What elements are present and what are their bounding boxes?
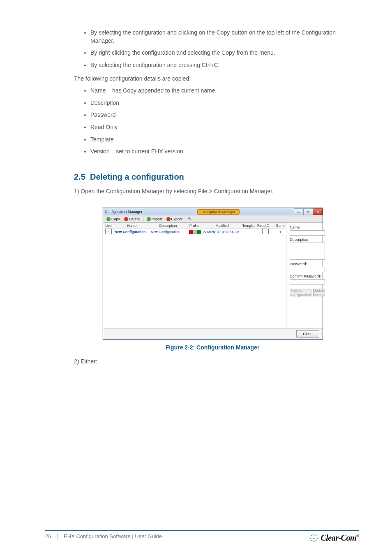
window-titlebar[interactable]: Configuration Manager Configuration Mana… xyxy=(103,208,323,215)
configuration-manager-window: Configuration Manager Configuration Mana… xyxy=(103,208,323,340)
copied-details-item: Password xyxy=(90,111,351,119)
window-title-badge: Configuration Manager xyxy=(143,209,294,215)
copy-procedure-item: By selecting the configuration and press… xyxy=(90,61,351,69)
svg-point-3 xyxy=(316,540,317,541)
import-button[interactable]: Import xyxy=(145,217,164,222)
figure-caption: Figure 2-2: Configuration Manager xyxy=(74,344,351,352)
description-label: Description: xyxy=(290,238,325,242)
copied-details-item: Read Only xyxy=(90,123,351,132)
col-live[interactable]: Live xyxy=(103,223,114,228)
page-footer: 26 EHX Configuration Software | User Gui… xyxy=(0,530,392,543)
table-row[interactable]: New Configuration New Configuration 3/13… xyxy=(103,229,286,235)
col-readonly[interactable]: Read Only xyxy=(256,223,274,228)
readonly-checkbox[interactable] xyxy=(262,229,269,234)
details-panel: Name: Description: Password: Confirm Pas… xyxy=(286,223,328,328)
window-minimize-button[interactable]: — xyxy=(294,208,304,215)
delete-button[interactable]: Delete xyxy=(122,217,141,222)
window-close-button[interactable]: ✕ xyxy=(313,208,323,215)
svg-point-1 xyxy=(316,535,317,536)
copy-procedure-item: By selecting the configuration and click… xyxy=(90,29,351,45)
svg-point-5 xyxy=(311,540,313,541)
password-label: Password: xyxy=(290,262,325,266)
copy-procedure-item: By right-clicking the configuration and … xyxy=(90,49,351,57)
step-1: 1) Open the Configuration Manager by sel… xyxy=(74,187,351,196)
confirm-password-input[interactable] xyxy=(290,279,325,284)
live-checkbox[interactable] xyxy=(105,229,112,234)
brand-text: Clear-Com® xyxy=(321,533,359,543)
update-details-button[interactable]: Update Details xyxy=(313,289,325,296)
activate-configuration-button[interactable]: Activate Configuration xyxy=(290,289,311,296)
copy-procedures-list: By selecting the configuration and click… xyxy=(90,29,351,69)
export-button[interactable]: Export xyxy=(165,217,184,222)
description-textarea[interactable] xyxy=(290,243,325,260)
col-modified[interactable]: Modified xyxy=(203,223,242,228)
copied-details-item: Version – set to current EHX version. xyxy=(90,148,351,156)
logo-icon xyxy=(310,534,318,542)
password-input[interactable] xyxy=(290,267,325,272)
copied-details-item: Name – has Copy appended to the current … xyxy=(90,87,351,95)
window-maximize-button[interactable]: ▭ xyxy=(303,208,313,215)
close-button[interactable]: Close xyxy=(296,330,319,338)
delete-icon xyxy=(124,217,128,221)
name-input[interactable] xyxy=(290,230,325,236)
cell-name: New Configuration xyxy=(114,229,150,234)
profile-swatch-green xyxy=(197,230,201,234)
copied-details-item: Template xyxy=(90,136,351,144)
cell-profile xyxy=(186,229,204,234)
col-description[interactable]: Description xyxy=(150,223,186,228)
svg-point-8 xyxy=(314,537,315,539)
copy-button[interactable]: Copy xyxy=(105,217,122,222)
footer-doc-title: EHX Configuration Software | User Guide xyxy=(64,533,162,539)
copied-details-list: Name – has Copy appended to the current … xyxy=(90,87,351,156)
profile-swatch-red xyxy=(189,230,193,234)
svg-point-7 xyxy=(311,535,313,536)
section-heading-delete-config: 2.5 Deleting a configuration xyxy=(74,172,351,182)
cell-description: New Configuration xyxy=(150,229,186,234)
col-name[interactable]: Name xyxy=(114,223,150,228)
brand-logo: Clear-Com® xyxy=(310,533,359,543)
import-icon xyxy=(147,217,151,221)
copied-details-intro: The following configuration details are … xyxy=(74,75,351,83)
toolbar: Copy Delete Import Export ↖ xyxy=(103,215,323,223)
col-profile[interactable]: Profile xyxy=(186,223,203,228)
svg-point-6 xyxy=(310,537,311,539)
svg-point-2 xyxy=(317,537,318,539)
copied-details-item: Description xyxy=(90,99,351,107)
col-template[interactable]: Template xyxy=(242,223,256,228)
export-icon xyxy=(166,217,171,221)
window-title: Configuration Manager xyxy=(105,210,143,214)
svg-point-4 xyxy=(314,541,315,542)
cell-modified: 3/13/2013 10:33:34 AM xyxy=(203,229,242,234)
col-bank[interactable]: Bank xyxy=(274,223,286,228)
toolbar-divider xyxy=(143,217,143,222)
name-label: Name: xyxy=(290,225,325,229)
confirm-password-label: Confirm Password: xyxy=(290,274,325,278)
svg-point-0 xyxy=(314,534,315,535)
page-number: 26 xyxy=(45,533,58,539)
copy-icon xyxy=(106,217,111,221)
cell-bank: 1 xyxy=(274,229,286,234)
profile-swatch-grey xyxy=(193,230,197,234)
template-checkbox[interactable] xyxy=(246,229,252,234)
cursor-icon: ↖ xyxy=(188,216,191,222)
step-2: 2) Either: xyxy=(74,358,351,366)
